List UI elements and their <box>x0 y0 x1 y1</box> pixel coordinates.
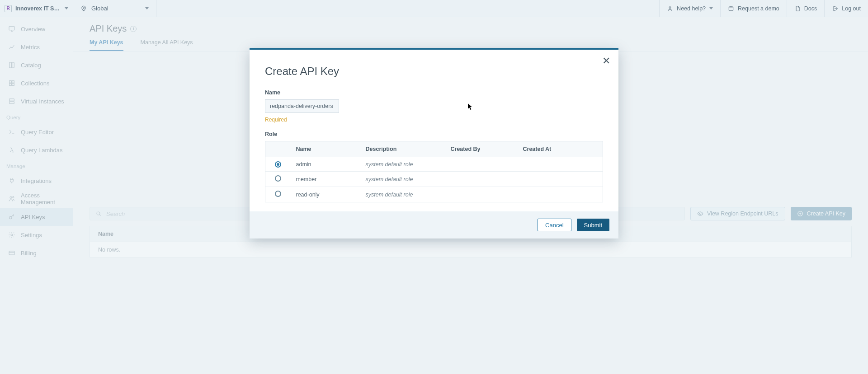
need-help-button[interactable]: Need help? <box>659 0 720 17</box>
role-created-at <box>518 172 603 187</box>
cancel-button[interactable]: Cancel <box>538 219 571 231</box>
role-radio[interactable] <box>275 175 281 182</box>
role-col-name: Name <box>291 141 360 157</box>
role-radio[interactable] <box>275 161 281 168</box>
role-col-created-at: Created At <box>518 141 603 157</box>
docs-button[interactable]: Docs <box>787 0 824 17</box>
document-icon <box>794 5 801 12</box>
location-pin-icon <box>80 5 87 12</box>
close-icon[interactable]: ✕ <box>602 56 610 66</box>
modal-footer: Cancel Submit <box>250 211 618 238</box>
svg-point-0 <box>83 7 85 8</box>
logout-icon <box>832 5 838 12</box>
role-description: system default role <box>360 157 445 172</box>
submit-button[interactable]: Submit <box>577 219 609 231</box>
need-help-label: Need help? <box>677 5 706 12</box>
chevron-down-icon <box>145 7 149 9</box>
create-api-key-modal: ✕ Create API Key Name Required Role Name… <box>250 48 618 238</box>
request-demo-button[interactable]: Request a demo <box>720 0 787 17</box>
role-created-at <box>518 187 603 202</box>
org-name: Innoverex IT Solution... <box>15 5 61 12</box>
modal-overlay[interactable]: ✕ Create API Key Name Required Role Name… <box>0 17 868 374</box>
role-col-description: Description <box>360 141 445 157</box>
role-row[interactable]: membersystem default role <box>265 172 603 187</box>
role-table: Name Description Created By Created At a… <box>265 141 603 202</box>
user-help-icon <box>667 5 673 12</box>
chevron-down-icon <box>65 7 68 9</box>
org-switcher[interactable]: R Innoverex IT Solution... <box>0 0 73 17</box>
topbar: R Innoverex IT Solution... Global Need h… <box>0 0 868 17</box>
role-created-by <box>445 187 518 202</box>
role-created-at <box>518 157 603 172</box>
role-created-by <box>445 157 518 172</box>
role-radio[interactable] <box>275 191 281 197</box>
logout-label: Log out <box>842 5 861 12</box>
role-name: read-only <box>291 187 360 202</box>
docs-label: Docs <box>804 5 817 12</box>
org-logo-icon: R <box>5 5 12 12</box>
region-switcher[interactable]: Global <box>73 0 156 17</box>
api-key-name-input[interactable] <box>265 99 339 113</box>
role-row[interactable]: read-onlysystem default role <box>265 187 603 202</box>
svg-point-1 <box>669 6 671 8</box>
name-field-label: Name <box>265 89 603 96</box>
calendar-icon <box>728 5 734 12</box>
role-col-created-by: Created By <box>445 141 518 157</box>
modal-title: Create API Key <box>265 65 603 78</box>
role-field-label: Role <box>265 131 603 137</box>
svg-rect-2 <box>729 6 733 10</box>
role-name: member <box>291 172 360 187</box>
logout-button[interactable]: Log out <box>824 0 868 17</box>
role-row[interactable]: adminsystem default role <box>265 157 603 172</box>
region-label: Global <box>91 5 141 12</box>
required-hint: Required <box>265 117 603 123</box>
role-name: admin <box>291 157 360 172</box>
role-description: system default role <box>360 187 445 202</box>
role-created-by <box>445 172 518 187</box>
request-demo-label: Request a demo <box>738 5 779 12</box>
role-description: system default role <box>360 172 445 187</box>
chevron-down-icon <box>709 7 713 9</box>
